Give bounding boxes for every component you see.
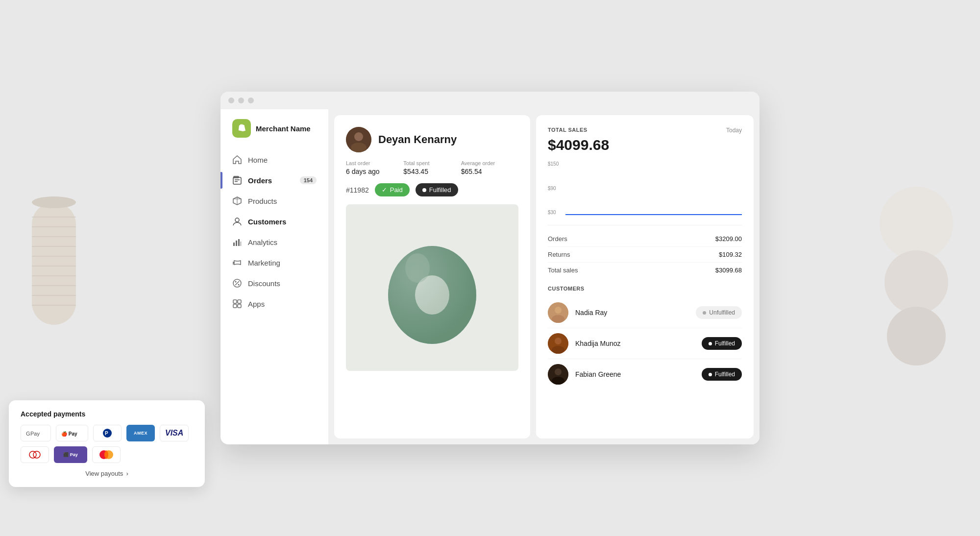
svg-point-13 bbox=[884, 250, 948, 314]
fabian-status: Fulfilled bbox=[715, 371, 735, 378]
customer-row-fabian[interactable]: Fabian Greene Fulfilled bbox=[548, 359, 742, 390]
fulfilled-dot bbox=[422, 188, 426, 192]
customer-nadia-name: Nadia Ray bbox=[575, 309, 689, 317]
sidebar-item-products[interactable]: Products bbox=[220, 191, 328, 211]
last-order-label: Last order bbox=[346, 160, 403, 166]
avatar-nadia bbox=[548, 302, 568, 323]
traffic-light-3[interactable] bbox=[248, 97, 254, 103]
sidebar-item-orders[interactable]: Orders 154 bbox=[220, 170, 328, 191]
payments-row-2: ⬛ Pay bbox=[21, 446, 193, 463]
svg-text:🍎 Pay: 🍎 Pay bbox=[61, 431, 77, 437]
svg-rect-23 bbox=[233, 243, 235, 246]
nadia-dot bbox=[703, 311, 706, 315]
avg-order-value: $65.54 bbox=[461, 168, 518, 175]
product-vase-image bbox=[378, 219, 486, 356]
sidebar-item-analytics-label: Analytics bbox=[248, 238, 277, 246]
customer-row-khadija[interactable]: Khadija Munoz Fulfilled bbox=[548, 328, 742, 359]
total-spent-value: $543.45 bbox=[403, 168, 461, 175]
status-paid-label: Paid bbox=[390, 186, 403, 194]
apps-icon bbox=[232, 299, 242, 309]
home-icon bbox=[232, 155, 242, 165]
sidebar-item-customers-label: Customers bbox=[248, 218, 286, 226]
sidebar-item-customers[interactable]: Customers bbox=[220, 211, 328, 232]
payments-card-title: Accepted payments bbox=[21, 410, 193, 418]
customer-list: Nadia Ray Unfulfilled Khad bbox=[548, 297, 742, 390]
payments-card: Accepted payments GPay 🍎 Pay P AMEX VISA bbox=[9, 400, 205, 487]
mastercard-chip[interactable] bbox=[92, 446, 121, 463]
view-payouts-link[interactable]: View payouts › bbox=[21, 470, 193, 477]
svg-rect-34 bbox=[233, 304, 237, 308]
visa-chip[interactable]: VISA bbox=[160, 425, 189, 441]
browser-window: Merchant Name Home Orders 15 bbox=[220, 92, 760, 444]
svg-point-61 bbox=[104, 450, 108, 459]
svg-rect-32 bbox=[233, 300, 237, 303]
svg-point-47 bbox=[555, 338, 562, 344]
status-paid-badge[interactable]: ✓ Paid bbox=[375, 183, 410, 196]
shopifypay-chip[interactable]: ⬛ Pay bbox=[54, 446, 87, 463]
total-spent-label: Total spent bbox=[403, 160, 461, 166]
discounts-icon bbox=[232, 278, 242, 288]
bg-cylinder bbox=[29, 193, 78, 330]
svg-point-38 bbox=[351, 143, 367, 152]
customer-khadija-name: Khadija Munoz bbox=[575, 340, 695, 347]
order-status-row: #11982 ✓ Paid Fulfilled bbox=[346, 183, 518, 196]
diners-chip[interactable] bbox=[21, 446, 49, 463]
traffic-light-2[interactable] bbox=[238, 97, 244, 103]
applepay-chip[interactable]: 🍎 Pay bbox=[56, 425, 88, 441]
nadia-fulfillment-badge: Unfulfilled bbox=[696, 306, 742, 319]
sales-row-total: Total sales $3099.68 bbox=[548, 263, 742, 278]
fabian-fulfillment-badge: Fulfilled bbox=[702, 368, 742, 381]
svg-point-41 bbox=[388, 246, 476, 344]
status-fulfilled-badge[interactable]: Fulfilled bbox=[416, 183, 458, 196]
total-spent-stat: Total spent $543.45 bbox=[403, 160, 461, 175]
customer-name: Deyan Kenarny bbox=[378, 133, 457, 146]
sidebar-item-analytics[interactable]: Analytics bbox=[220, 232, 328, 252]
sidebar-item-discounts[interactable]: Discounts bbox=[220, 273, 328, 293]
sidebar-item-apps[interactable]: Apps bbox=[220, 293, 328, 314]
browser-content: Merchant Name Home Orders 15 bbox=[220, 109, 760, 444]
svg-point-31 bbox=[238, 284, 240, 286]
sidebar-item-marketing[interactable]: Marketing bbox=[220, 252, 328, 273]
sidebar-item-home[interactable]: Home bbox=[220, 149, 328, 170]
svg-rect-35 bbox=[238, 304, 241, 308]
merchant-name: Merchant Name bbox=[256, 124, 311, 133]
products-icon bbox=[232, 196, 242, 206]
fabian-dot bbox=[709, 373, 712, 376]
sidebar-item-orders-label: Orders bbox=[248, 176, 272, 185]
customers-icon bbox=[232, 217, 242, 226]
total-sales-value: $3099.68 bbox=[715, 267, 742, 274]
sidebar-item-discounts-label: Discounts bbox=[248, 279, 280, 288]
analytics-icon bbox=[232, 237, 242, 247]
svg-point-58 bbox=[33, 451, 40, 458]
svg-text:Pay: Pay bbox=[30, 431, 40, 437]
browser-titlebar bbox=[220, 92, 760, 109]
chart-y-labels: $150 $90 $30 bbox=[548, 161, 559, 215]
svg-text:G: G bbox=[26, 431, 30, 437]
customer-header: Deyan Kenarny bbox=[346, 127, 518, 152]
sidebar-item-home-label: Home bbox=[248, 156, 268, 164]
view-payouts-arrow: › bbox=[126, 470, 128, 477]
svg-rect-24 bbox=[236, 241, 237, 246]
analytics-period: Today bbox=[726, 127, 742, 134]
svg-point-22 bbox=[235, 218, 239, 222]
y-label-90: $90 bbox=[548, 186, 559, 191]
sidebar-item-marketing-label: Marketing bbox=[248, 259, 280, 267]
chart-baseline bbox=[565, 214, 742, 215]
customer-row-nadia[interactable]: Nadia Ray Unfulfilled bbox=[548, 297, 742, 328]
bg-spheres bbox=[877, 184, 956, 370]
orders-value: $3209.00 bbox=[715, 235, 742, 243]
amex-chip[interactable]: AMEX bbox=[126, 425, 155, 441]
customer-fabian-name: Fabian Greene bbox=[575, 370, 695, 378]
customer-avatar-img bbox=[346, 127, 371, 152]
paypal-chip[interactable]: P bbox=[93, 425, 122, 441]
last-order-stat: Last order 6 days ago bbox=[346, 160, 403, 175]
orders-badge: 154 bbox=[300, 176, 317, 184]
gpay-chip[interactable]: GPay bbox=[21, 425, 51, 441]
orders-label: Orders bbox=[548, 235, 567, 243]
returns-label: Returns bbox=[548, 251, 570, 258]
svg-point-44 bbox=[555, 307, 562, 314]
svg-point-51 bbox=[552, 377, 564, 385]
analytics-card: TOTAL SALES Today $4099.68 $150 $90 $30 bbox=[536, 115, 754, 439]
analytics-title: TOTAL SALES bbox=[548, 127, 588, 133]
traffic-light-1[interactable] bbox=[228, 97, 234, 103]
